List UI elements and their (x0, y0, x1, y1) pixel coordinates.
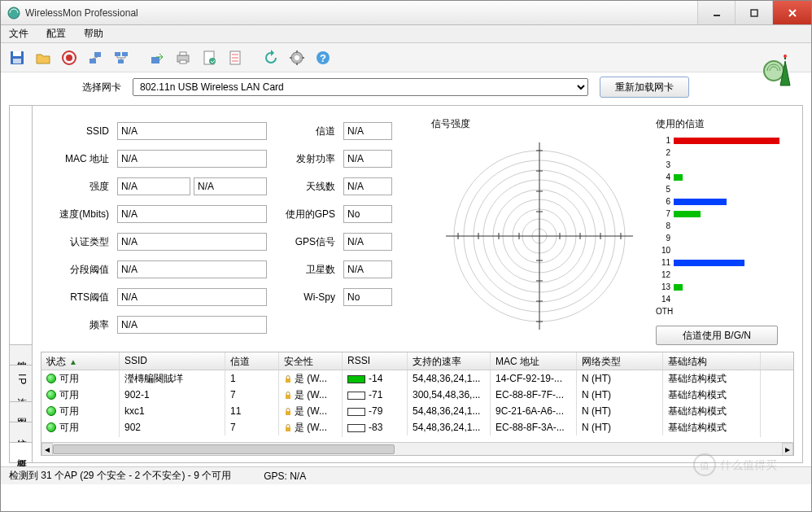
reload-adapter-button[interactable]: 重新加载网卡 (600, 77, 689, 98)
menu-config[interactable]: 配置 (43, 25, 69, 42)
svg-rect-11 (94, 52, 101, 57)
network1-icon[interactable] (84, 46, 107, 69)
refresh-icon[interactable] (260, 46, 282, 69)
svg-point-22 (209, 58, 216, 64)
printer-icon[interactable] (172, 46, 194, 69)
field-value (117, 177, 190, 195)
svg-rect-20 (180, 60, 186, 63)
channel-panel: 使用的信道 1234567891011121314OTH 信道使用 B/G/N (656, 117, 794, 345)
info-fields: SSID信道MAC 地址发射功率强度天线数速度(Mbits)使用的GPS认证类型… (41, 117, 423, 345)
horizontal-scrollbar[interactable]: ◂ ▸ (41, 442, 793, 455)
field-label: SSID (41, 125, 114, 137)
field-label: Wi-Spy (270, 291, 340, 303)
channel-mode-button[interactable]: 信道使用 B/G/N (656, 326, 778, 345)
table-row[interactable]: 可用9027是 (W...-8354,48,36,24,1...EC-88-8F… (41, 419, 793, 435)
tab-graph[interactable]: 图形 (10, 401, 32, 422)
field-value (194, 177, 267, 195)
col-nettype[interactable]: 网络类型 (577, 352, 663, 370)
ap-grid: 状态▲ SSID 信道 安全性 RSSI 支持的速率 MAC 地址 网络类型 基… (41, 352, 794, 456)
svg-rect-66 (286, 395, 290, 399)
field-value (343, 260, 392, 278)
grid-body[interactable]: 可用瀅槫艑闋賊垟1是 (W...-1454,48,36,24,1...14-CF… (41, 370, 793, 442)
network2-icon[interactable] (110, 46, 133, 69)
field-value (117, 205, 267, 223)
status-dot-icon (46, 390, 56, 400)
svg-rect-10 (89, 59, 96, 63)
table-row[interactable]: 可用902-17是 (W...-71300,54,48,36,...EC-88-… (41, 387, 793, 403)
channel-row: 2 (656, 147, 794, 159)
lock-icon (284, 374, 292, 383)
channel-bar (674, 199, 727, 205)
export-icon[interactable] (146, 46, 168, 69)
rssi-bar-icon (347, 375, 365, 383)
target-icon[interactable] (58, 46, 81, 69)
tab-summary[interactable]: 概要 (10, 442, 32, 462)
field-label: RTS阈值 (41, 291, 114, 304)
channel-row: 7 (656, 208, 794, 220)
tab-ip[interactable]: IP 连接 (10, 365, 32, 401)
svg-rect-14 (122, 52, 128, 56)
scroll-left-icon[interactable]: ◂ (41, 443, 53, 456)
svg-rect-7 (13, 59, 21, 63)
field-label: 速度(Mbits) (41, 208, 114, 221)
status-dot-icon (46, 374, 56, 383)
menu-help[interactable]: 帮助 (81, 25, 107, 42)
signal-title: 信号强度 (431, 117, 648, 131)
channel-row: 13 (656, 281, 794, 293)
scroll-thumb[interactable] (53, 444, 395, 454)
svg-rect-2 (751, 10, 757, 16)
channel-row: 12 (656, 269, 794, 281)
help-icon[interactable]: ? (312, 46, 334, 69)
col-rates[interactable]: 支持的速率 (408, 352, 491, 370)
svg-line-12 (93, 57, 98, 59)
channel-row: 4 (656, 171, 794, 183)
save-icon[interactable] (6, 46, 28, 69)
field-label: 强度 (41, 180, 114, 194)
field-label: 认证类型 (41, 235, 114, 249)
svg-rect-13 (115, 52, 120, 56)
open-icon[interactable] (32, 46, 55, 69)
field-label: 卫星数 (270, 263, 340, 277)
col-status[interactable]: 状态▲ (41, 352, 120, 370)
svg-rect-19 (180, 52, 186, 55)
table-row[interactable]: 可用kxc111是 (W...-7954,48,36,24,1...9C-21-… (41, 403, 793, 419)
watermark: 值什么值得买 (692, 453, 806, 479)
col-security[interactable]: 安全性 (279, 352, 343, 370)
svg-rect-68 (286, 427, 290, 431)
channel-bar (674, 138, 779, 144)
field-value (117, 316, 267, 334)
col-mac[interactable]: MAC 地址 (491, 352, 577, 370)
table-row[interactable]: 可用瀅槫艑闋賊垟1是 (W...-1454,48,36,24,1...14-CF… (41, 370, 793, 387)
menu-bar: 文件 配置 帮助 (1, 25, 811, 43)
log-icon[interactable] (198, 46, 220, 69)
channel-bar (674, 284, 683, 291)
antenna-icon (759, 53, 798, 94)
tab-stats[interactable]: 统计 (10, 422, 32, 442)
field-value (117, 288, 267, 306)
field-value (117, 233, 267, 251)
col-ssid[interactable]: SSID (120, 352, 225, 370)
channel-bar (674, 174, 683, 181)
channel-bar (674, 260, 744, 266)
maximize-button[interactable] (735, 1, 772, 24)
lock-icon (284, 407, 292, 415)
channel-row: 14 (656, 293, 794, 305)
main-panel: 概要 统计 图形 IP 连接 地图 SSID信道MAC 地址发射功率强度天线数速… (9, 105, 803, 463)
channel-row: 9 (656, 232, 794, 244)
settings-icon[interactable] (286, 46, 308, 69)
channel-row: OTH (656, 305, 794, 317)
field-value (343, 288, 392, 306)
list-icon[interactable] (224, 46, 247, 69)
toolbar: ? (1, 43, 811, 72)
tab-map[interactable]: 地图 (10, 344, 32, 365)
adapter-select[interactable]: 802.11n USB Wireless LAN Card (133, 78, 588, 96)
col-rssi[interactable]: RSSI (343, 352, 408, 370)
rssi-bar-icon (347, 408, 365, 416)
signal-panel: 信号强度 (431, 117, 648, 345)
grid-header: 状态▲ SSID 信道 安全性 RSSI 支持的速率 MAC 地址 网络类型 基… (41, 352, 793, 370)
col-channel[interactable]: 信道 (225, 352, 279, 370)
col-infra[interactable]: 基础结构 (663, 352, 761, 370)
menu-file[interactable]: 文件 (6, 25, 32, 42)
close-button[interactable] (772, 1, 811, 24)
minimize-button[interactable] (697, 1, 735, 24)
